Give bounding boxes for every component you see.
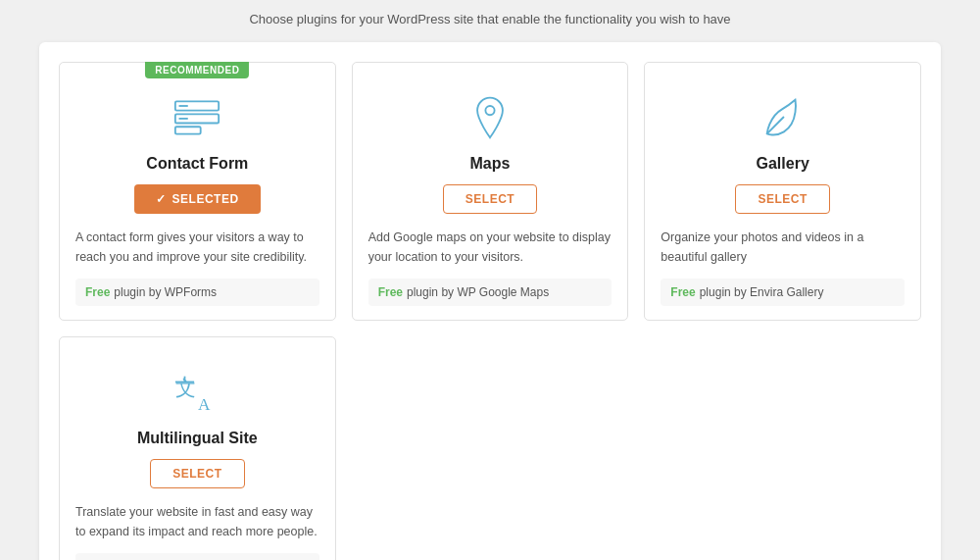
checkmark-icon: ✓ bbox=[156, 192, 167, 206]
plugin-card-contact-form: RECOMMENDED Contact Form✓SELECTEDA conta… bbox=[59, 62, 336, 321]
page-description: Choose plugins for your WordPress site t… bbox=[249, 12, 730, 26]
select-button-maps[interactable]: SELECT bbox=[443, 184, 537, 214]
plugin-icon-contact-form bbox=[172, 92, 222, 143]
free-badge: Free bbox=[85, 285, 110, 299]
svg-text:文: 文 bbox=[175, 377, 196, 400]
plugin-description-gallery: Organize your photos and videos in a bea… bbox=[661, 228, 905, 267]
plugin-footer-multilingual: Freeplugin by Cozmoslabs bbox=[75, 553, 319, 560]
plugin-description-multilingual: Translate your website in fast and easy … bbox=[75, 502, 319, 541]
plugin-card-maps: MapsSELECTAdd Google maps on your websit… bbox=[352, 62, 629, 321]
plugin-author: plugin by Envira Gallery bbox=[700, 285, 824, 299]
free-badge: Free bbox=[378, 285, 403, 299]
free-badge: Free bbox=[670, 285, 695, 299]
svg-text:A: A bbox=[198, 395, 211, 414]
plugin-footer-gallery: Freeplugin by Envira Gallery bbox=[661, 279, 905, 306]
plugin-description-contact-form: A contact form gives your visitors a way… bbox=[75, 228, 319, 267]
plugins-outer-card: RECOMMENDED Contact Form✓SELECTEDA conta… bbox=[39, 42, 941, 560]
plugins-bottom-row: 文 A Multilingual SiteSELECTTranslate you… bbox=[59, 336, 921, 560]
plugin-author: plugin by WP Google Maps bbox=[407, 285, 549, 299]
recommended-badge: RECOMMENDED bbox=[145, 62, 249, 78]
plugin-author: plugin by WPForms bbox=[114, 285, 217, 299]
plugin-title-maps: Maps bbox=[470, 155, 511, 173]
svg-point-5 bbox=[485, 106, 494, 115]
plugin-description-maps: Add Google maps on your website to displ… bbox=[368, 228, 612, 267]
svg-rect-2 bbox=[175, 127, 201, 133]
plugin-footer-contact-form: Freeplugin by WPForms bbox=[75, 279, 319, 306]
plugin-icon-multilingual: 文 A bbox=[172, 367, 222, 418]
select-button-multilingual[interactable]: SELECT bbox=[150, 459, 244, 488]
plugin-title-multilingual: Multilingual Site bbox=[137, 430, 258, 447]
plugin-footer-maps: Freeplugin by WP Google Maps bbox=[368, 279, 612, 306]
selected-button-contact-form[interactable]: ✓SELECTED bbox=[134, 184, 261, 214]
plugin-card-gallery: GallerySELECTOrganize your photos and vi… bbox=[644, 62, 921, 321]
plugin-title-gallery: Gallery bbox=[757, 155, 809, 173]
select-button-gallery[interactable]: SELECT bbox=[735, 184, 829, 214]
plugin-card-multilingual: 文 A Multilingual SiteSELECTTranslate you… bbox=[59, 336, 336, 560]
plugin-icon-maps bbox=[465, 92, 515, 143]
plugin-title-contact-form: Contact Form bbox=[146, 155, 248, 173]
plugin-icon-gallery bbox=[758, 92, 808, 143]
plugins-top-row: RECOMMENDED Contact Form✓SELECTEDA conta… bbox=[59, 62, 921, 321]
selected-label: SELECTED bbox=[172, 192, 239, 206]
